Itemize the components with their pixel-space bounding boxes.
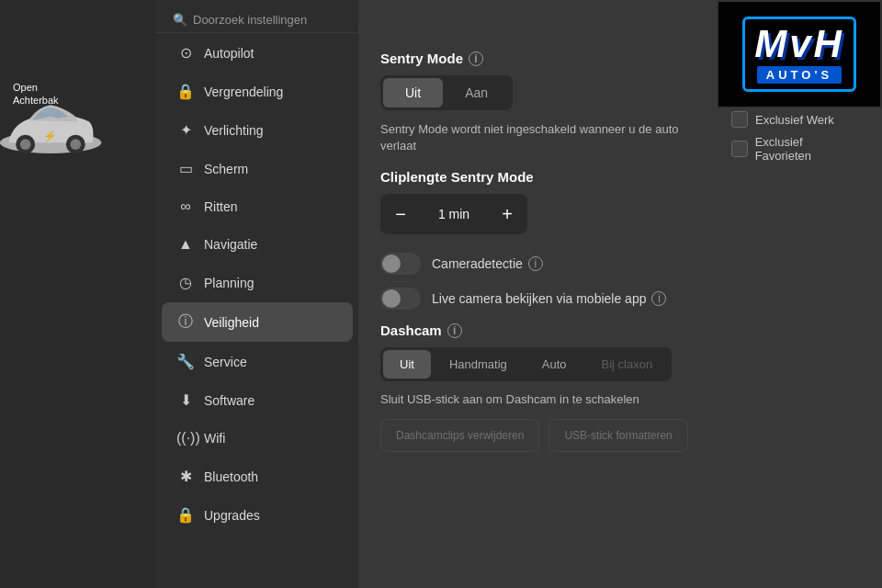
dashcam-title: Dashcam i [380,322,717,338]
cameradetectie-label: Cameradetectie i [432,256,543,271]
dashcam-handmatig-button[interactable]: Handmatig [433,350,524,379]
exclusief-favorieten-label: Exclusief Favorieten [755,135,860,163]
nav-label-ritten: Ritten [204,199,238,214]
screen-icon: ▭ [176,160,195,177]
search-icon: 🔍 [173,13,187,27]
cliplengte-section: Cliplengte Sentry Mode − 1 min + [380,169,717,234]
wifi-icon: ((·)) [176,430,195,447]
nav-item-service[interactable]: 🔧 Service [162,343,353,380]
exclusief-werk-option: Exclusief Werk [731,111,860,128]
exclusief-favorieten-option: Exclusief Favorieten [731,135,860,163]
exclusief-werk-checkbox[interactable] [731,111,748,128]
nav-label-software: Software [204,393,254,408]
autopilot-icon: ⊙ [176,44,195,62]
lock-icon: 🔒 [176,83,195,100]
cliplengte-minus-button[interactable]: − [384,198,417,231]
nav-item-upgrades[interactable]: 🔒 Upgrades [162,496,353,534]
dashcam-verwijderen-button[interactable]: Dashcamclips verwijderen [380,419,539,452]
nav-label-service: Service [204,355,247,369]
dashcam-section: Dashcam i Uit Handmatig Auto Bij claxon … [380,322,717,452]
svg-text:⚡: ⚡ [43,130,57,142]
cameradetectie-toggle[interactable] [380,253,421,275]
upgrades-icon: 🔒 [176,506,195,524]
cliplengte-title: Cliplengte Sentry Mode [380,169,717,185]
nav-label-autopilot: Autopilot [204,46,254,61]
nav-label-planning: Planning [204,276,254,290]
svg-point-2 [20,139,31,150]
mvh-logo-overlay: MvH AUTO'S [717,0,882,108]
nav-label-vergrendeling: Vergrendeling [204,85,283,99]
software-icon: ⬇ [176,391,195,409]
sentry-mode-main: Sentry Mode i Uit Aan Sentry Mode wordt … [380,51,717,452]
exclusief-werk-label: Exclusief Werk [755,113,834,127]
sentry-toggle-group: Uit Aan [380,75,513,110]
dashcam-auto-button[interactable]: Auto [526,350,583,379]
live-camera-label: Live camera bekijken via mobiele app i [432,291,666,306]
nav-item-software[interactable]: ⬇ Software [162,381,353,419]
dashcam-actions: Dashcamclips verwijderen USB-stick forma… [380,419,717,452]
cameradetectie-info-icon[interactable]: i [528,256,543,271]
dashcam-uit-button[interactable]: Uit [383,350,431,379]
logo-border: MvH AUTO'S [742,17,856,92]
nav-label-bluetooth: Bluetooth [204,469,258,484]
svg-point-4 [70,139,81,150]
autos-text: AUTO'S [757,66,842,84]
mvh-text: MvH [754,25,844,63]
dashcam-bij-claxon-button[interactable]: Bij claxon [585,350,670,379]
cliplengte-plus-button[interactable]: + [491,198,524,231]
live-camera-row: Live camera bekijken via mobiele app i [380,288,717,310]
cliplengte-stepper: − 1 min + [380,194,527,234]
cliplengte-value: 1 min [417,207,491,221]
nav-item-navigatie[interactable]: ▲ Navigatie [162,226,353,263]
sentry-aan-button[interactable]: Aan [443,78,510,107]
service-icon: 🔧 [176,353,195,370]
sentry-description: Sentry Mode wordt niet ingeschakeld wann… [380,121,717,154]
nav-label-veiligheid: Veiligheid [204,315,259,330]
nav-label-scherm: Scherm [204,162,248,176]
search-bar[interactable]: 🔍 Doorzoek instellingen [156,7,358,33]
nav-item-autopilot[interactable]: ⊙ Autopilot [162,34,353,72]
veiligheid-icon: ⓘ [176,312,195,332]
dashcam-info-text: Sluit USB-stick aan om Dashcam in te sch… [380,392,717,406]
light-icon: ✦ [176,121,195,139]
nav-item-planning[interactable]: ◷ Planning [162,264,353,301]
nav-label-navigatie: Navigatie [204,237,257,252]
content-area: 👤 Profiel ⬇ Sentry Mode i Uit Aan Sentry… [358,0,882,588]
ritten-icon: ∞ [176,198,195,215]
nav-item-ritten[interactable]: ∞ Ritten [162,188,353,225]
sentry-mode-title: Sentry Mode i [380,51,717,66]
nav-item-wifi[interactable]: ((·)) Wifi [162,420,353,457]
left-sidebar: ⚡ Open Achterbak [0,0,156,588]
nav-item-scherm[interactable]: ▭ Scherm [162,150,353,187]
nav-label-verlichting: Verlichting [204,123,264,138]
nav-label-upgrades: Upgrades [204,508,260,523]
sentry-info-icon[interactable]: i [469,51,483,66]
bluetooth-icon: ✱ [176,468,195,485]
nav-label-wifi: Wifi [204,431,225,446]
nav-item-veiligheid[interactable]: ⓘ Veiligheid [162,302,353,342]
nav-icon-navigatie: ▲ [176,236,195,253]
live-camera-info-icon[interactable]: i [651,291,666,306]
usb-formatteren-button[interactable]: USB-stick formatteren [548,419,687,452]
sentry-uit-button[interactable]: Uit [383,78,443,107]
live-camera-toggle[interactable] [380,288,421,310]
dashcam-info-icon[interactable]: i [447,323,462,338]
search-placeholder: Doorzoek instellingen [193,13,307,27]
nav-item-bluetooth[interactable]: ✱ Bluetooth [162,458,353,495]
exclusief-favorieten-checkbox[interactable] [731,141,748,157]
dashcam-toggle-group: Uit Handmatig Auto Bij claxon [380,347,672,381]
cameradetectie-row: Cameradetectie i [380,253,717,275]
nav-item-verlichting[interactable]: ✦ Verlichting [162,111,353,149]
open-achterbak-button[interactable]: Open Achterbak [13,81,59,107]
nav-panel: 🔍 Doorzoek instellingen ⊙ Autopilot 🔒 Ve… [156,0,358,588]
planning-icon: ◷ [176,274,195,291]
nav-item-vergrendeling[interactable]: 🔒 Vergrendeling [162,73,353,110]
sentry-mode-section: Sentry Mode i Uit Aan Sentry Mode wordt … [380,51,860,452]
